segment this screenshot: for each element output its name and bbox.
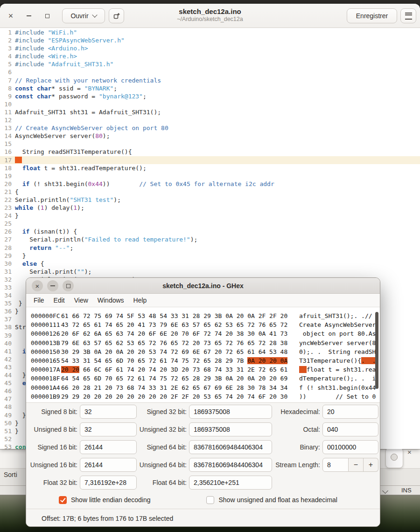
main-menu-button[interactable] [400,8,416,23]
hex-row[interactable]: 000001B929 29 20 20 20 20 20 20 20 20 2F… [26,392,380,401]
hex-bytes[interactable]: 30 29 3B 0A 20 0A 20 20 53 74 72 69 6E 6… [61,347,288,356]
increment-button[interactable]: + [364,458,378,472]
maximize-icon[interactable] [63,280,74,291]
code-line[interactable]: 4#include <Wire.h> [0,52,420,60]
checkbox-unchecked-icon[interactable] [206,496,214,504]
menu-windows[interactable]: Windows [93,294,129,307]
ascii-bytes[interactable]: afruit_SHT31();. .// [299,311,376,320]
scrollbar[interactable] [375,312,378,389]
hex-view[interactable]: 000000FC61 66 72 75 69 74 5F 53 48 54 33… [26,307,380,402]
ascii-bytes[interactable]: f (! sht31.begin(0x44 [299,383,376,392]
code-line[interactable]: 25 [0,220,420,228]
menu-help[interactable]: Help [129,294,152,307]
code-line[interactable]: 13// Create AsyncWebServer object on por… [0,124,420,132]
code-line[interactable]: 1#include "WiFi.h" [0,28,420,36]
code-line[interactable]: 20 if (! sht31.begin(0x44)) // Set to 0x… [0,180,420,188]
scroll-indicator-box[interactable] [385,448,403,468]
hex-row[interactable]: 0000012620 6F 62 6A 65 63 74 20 6F 6E 20… [26,329,380,338]
code-line[interactable]: 3#include <Arduino.h> [0,44,420,52]
field-unsigned-8-bit[interactable]: 32 [80,422,137,436]
close-icon[interactable]: × [32,280,43,291]
hex-bytes[interactable]: 64 54 65 6D 70 65 72 61 74 75 72 65 28 2… [61,374,288,383]
menu-edit[interactable]: Edit [49,294,70,307]
field-unsigned-32-bit[interactable]: 1869375008 [189,422,272,436]
code-line[interactable]: 26 if (isnan(t)) { [0,228,420,235]
hex-row[interactable]: 0000016554 33 31 54 65 6D 70 65 72 61 74… [26,356,380,365]
decrement-button[interactable]: − [349,458,364,472]
code-line[interactable]: 10 [0,100,420,108]
code-line[interactable]: 12 [0,116,420,124]
hex-row[interactable]: 000000FC61 66 72 75 69 74 5F 53 48 54 33… [26,311,380,320]
hex-row[interactable]: 0000015030 29 3B 0A 20 0A 20 20 53 74 72… [26,347,380,356]
hex-row[interactable]: 0000011143 72 65 61 74 65 20 41 73 79 6E… [26,320,380,329]
code-line[interactable]: 14AsyncWebServer server(80); [0,132,420,140]
hex-display-checkbox[interactable]: Show unsigned and float as hexadecimal [206,496,337,504]
hex-bytes[interactable]: 29 29 20 20 20 20 20 20 20 20 2F 2F 20 5… [61,392,288,401]
save-button[interactable]: Enregistrer [347,8,397,23]
code-line[interactable]: 2#include "ESPAsyncWebServer.h" [0,36,420,44]
code-line[interactable]: 17 [0,156,420,164]
hex-bytes[interactable]: 20 6F 62 6A 65 63 74 20 6F 6E 20 70 6F 7… [61,329,288,338]
code-line[interactable]: 19 [0,172,420,180]
field-binary[interactable]: 00100000 [322,440,378,454]
ascii-bytes[interactable]: T31Temperature(){. . [299,356,376,365]
code-line[interactable]: 21{ [0,188,420,196]
code-line[interactable]: 11Adafruit_SHT31 sht31 = Adafruit_SHT31(… [0,108,420,116]
new-tab-button[interactable] [109,8,124,23]
field-signed-32-bit[interactable]: 1869375008 [189,405,272,419]
close-icon[interactable]: × [6,4,15,28]
code-line[interactable]: 15 [0,140,420,148]
code-line[interactable]: 5#include "Adafruit_SHT31.h" [0,60,420,68]
field-hexadecimal[interactable]: 20 [322,405,378,419]
code-line[interactable]: 27 Serial.println("Failed to read temper… [0,235,420,243]
code-line[interactable]: 28 return "--"; [0,244,420,252]
hex-row[interactable]: 000001A466 20 28 21 20 73 68 74 33 31 2E… [26,383,380,392]
open-button[interactable]: Ouvrir [62,8,105,23]
close-icon[interactable]: × [407,448,412,456]
code-line[interactable]: 23while (1) delay(1); [0,204,420,212]
hex-row[interactable]: 0000017A20 20 66 6C 6F 61 74 20 74 20 3D… [26,365,380,374]
code-line[interactable]: 22Serial.println("SHT31 test"); [0,196,420,204]
code-line[interactable]: 9const char* password = "bynark@123"; [0,92,420,100]
code-line[interactable]: 7// Replace with your network credential… [0,76,420,84]
hex-bytes[interactable]: 54 33 31 54 65 6D 70 65 72 61 74 75 72 6… [61,356,288,365]
field-stream-length[interactable]: 8 [322,458,349,472]
ascii-bytes[interactable]: )) // Set to 0 [299,392,376,401]
hex-bytes[interactable]: 43 72 65 61 74 65 20 41 73 79 6E 63 57 6… [61,320,288,329]
chevron-down-icon[interactable] [382,488,388,494]
field-signed-64-bit[interactable]: 8367816069484406304 [189,440,272,454]
menu-file[interactable]: File [29,294,49,307]
code-line[interactable]: 18 float t = sht31.readTemperature(); [0,164,420,172]
code-line[interactable]: 30 else { [0,260,420,268]
code-line[interactable]: 6 [0,68,420,76]
output-tab[interactable]: Sorti [4,471,17,478]
field-signed-8-bit[interactable]: 32 [80,405,137,419]
minimize-icon[interactable] [24,4,34,28]
field-float-64-bit[interactable]: 2,356210e+251 [189,476,272,490]
ascii-bytes[interactable]: dTemperature();. . i [299,374,376,383]
field-float-32-bit[interactable]: 7,316192e+28 [80,476,137,490]
hex-row[interactable]: 0000013B79 6E 63 57 65 62 53 65 72 76 65… [26,339,380,347]
field-unsigned-64-bit[interactable]: 8367816069484406304 [189,458,272,472]
little-endian-checkbox[interactable]: Show little endian decoding [59,496,150,504]
minimize-icon[interactable] [47,280,58,291]
maximize-icon[interactable] [42,4,52,28]
ascii-bytes[interactable]: Create AsyncWebServer [299,320,376,329]
field-signed-16-bit[interactable]: 26144 [80,440,137,454]
checkbox-checked-icon[interactable] [59,496,67,504]
code-line[interactable]: 24} [0,212,420,220]
code-line[interactable]: 29 } [0,252,420,260]
code-line[interactable]: 31 Serial.print(""); [0,268,420,276]
hex-bytes[interactable]: 20 20 66 6C 6F 61 74 20 74 20 3D 20 73 6… [61,365,288,374]
code-line[interactable]: 8const char* ssid = "BYNARK"; [0,84,420,92]
hex-row[interactable]: 0000018F64 54 65 6D 70 65 72 61 74 75 72… [26,374,380,383]
menu-view[interactable]: View [70,294,93,307]
ascii-bytes[interactable]: yncWebServer server(8 [299,339,376,347]
code-line[interactable]: 16 String readSHT31Temperature(){ [0,148,420,156]
ascii-bytes[interactable]: object on port 80.As [299,329,376,338]
hex-bytes[interactable]: 79 6E 63 57 65 62 53 65 72 76 65 72 20 7… [61,339,288,347]
field-octal[interactable]: 040 [322,422,378,436]
hex-bytes[interactable]: 66 20 28 21 20 73 68 74 33 31 2E 62 65 6… [61,383,288,392]
ascii-bytes[interactable]: float t = sht31.rea [299,365,376,374]
hex-bytes[interactable]: 61 66 72 75 69 74 5F 53 48 54 33 31 28 2… [61,311,288,320]
